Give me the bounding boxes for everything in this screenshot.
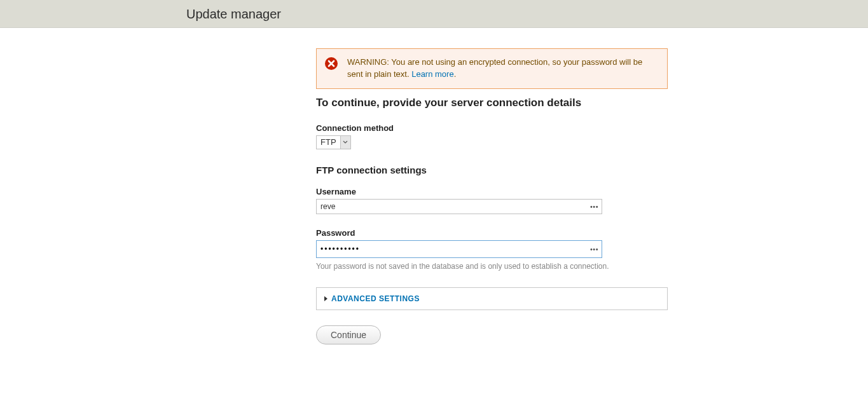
- connection-method-value: FTP: [317, 136, 340, 149]
- password-item: Password ••• Your password is not saved …: [316, 228, 668, 271]
- advanced-settings-label: ADVANCED SETTINGS: [331, 294, 420, 303]
- chevron-down-icon: [340, 136, 350, 149]
- advanced-settings-summary[interactable]: ADVANCED SETTINGS: [317, 288, 667, 310]
- connection-method-select[interactable]: FTP: [316, 135, 351, 149]
- connection-method-item: Connection method FTP: [316, 123, 668, 149]
- username-item: Username •••: [316, 187, 668, 214]
- password-field[interactable]: [316, 240, 602, 258]
- continue-button[interactable]: Continue: [316, 325, 381, 344]
- header-bar: Update manager: [0, 0, 868, 28]
- password-label: Password: [316, 228, 668, 238]
- caret-right-icon: [324, 296, 327, 301]
- error-icon: [324, 57, 338, 71]
- username-field[interactable]: [316, 199, 602, 214]
- connection-method-label: Connection method: [316, 123, 668, 133]
- warning-message: WARNING: You are not using an encrypted …: [316, 48, 668, 89]
- learn-more-link[interactable]: Learn more: [411, 69, 453, 79]
- warning-text-suffix: .: [454, 69, 457, 79]
- page-title: Update manager: [186, 7, 281, 21]
- password-description: Your password is not saved in the databa…: [316, 262, 668, 271]
- main-content: WARNING: You are not using an encrypted …: [316, 28, 668, 344]
- warning-text-prefix: WARNING: You are not using an encrypted …: [347, 57, 642, 79]
- section-heading: To continue, provide your server connect…: [316, 97, 668, 109]
- username-label: Username: [316, 187, 668, 196]
- advanced-settings[interactable]: ADVANCED SETTINGS: [316, 287, 668, 310]
- ftp-settings-heading: FTP connection settings: [316, 165, 668, 175]
